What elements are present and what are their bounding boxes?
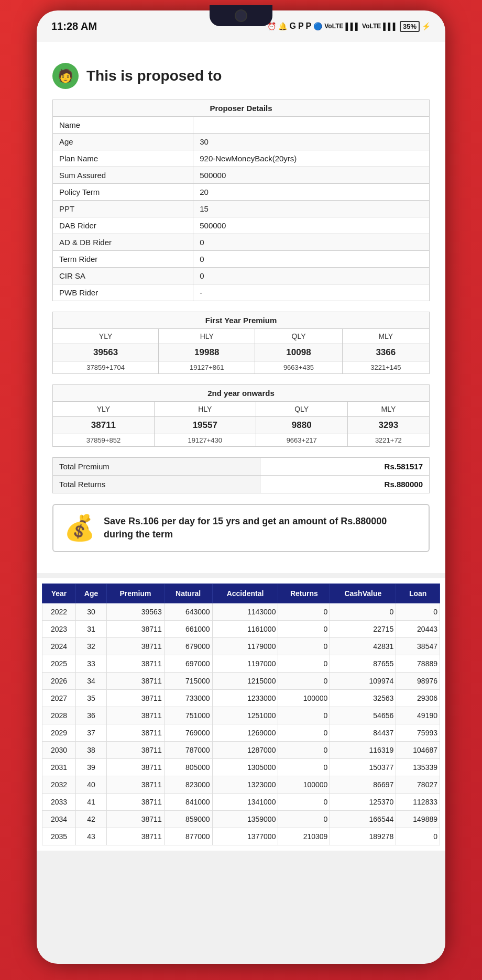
col-cashvalue: CashValue bbox=[330, 584, 396, 603]
table-row: 2032403871182300013230001000008669778027 bbox=[42, 776, 440, 794]
table-row: YLY HLY QLY MLY bbox=[53, 329, 430, 344]
first-year-premium-table: First Year Premium YLY HLY QLY MLY 39563… bbox=[52, 312, 430, 374]
table-row: Age 30 bbox=[53, 134, 430, 150]
table-cell: 84437 bbox=[330, 724, 396, 742]
table-cell: 38711 bbox=[107, 811, 164, 828]
label-cir: CIR SA bbox=[53, 268, 193, 284]
table-cell: 78889 bbox=[396, 655, 440, 673]
table-cell: 150377 bbox=[330, 759, 396, 776]
table-cell: 661000 bbox=[164, 621, 212, 638]
col-mly2: MLY bbox=[347, 402, 429, 417]
money-bag-icon: 💰 bbox=[64, 513, 95, 543]
col-premium: Premium bbox=[107, 584, 164, 603]
table-cell: 210309 bbox=[278, 828, 330, 845]
table-cell: 112833 bbox=[396, 794, 440, 811]
total-premium-label: Total Premium bbox=[53, 458, 260, 476]
table-cell: 2024 bbox=[42, 638, 76, 655]
table-cell: 166544 bbox=[330, 811, 396, 828]
sub-qly2: 9663+217 bbox=[256, 434, 347, 447]
table-row: DAB Rider 500000 bbox=[53, 217, 430, 234]
table-cell: 33 bbox=[75, 655, 106, 673]
table-cell: 75993 bbox=[396, 724, 440, 742]
table-row: 2027353871173300012330001000003256329306 bbox=[42, 690, 440, 707]
table-cell: 2032 bbox=[42, 776, 76, 794]
volte-icon1: VoLTE bbox=[324, 23, 343, 30]
table-row: 2031393871180500013050000150377135339 bbox=[42, 759, 440, 776]
value-plan: 920-NewMoneyBack(20yrs) bbox=[193, 150, 430, 167]
value-pwb: - bbox=[193, 284, 430, 301]
table-cell: 0 bbox=[278, 638, 330, 655]
yearly-data-table: Year Age Premium Natural Accidental Retu… bbox=[42, 583, 440, 845]
sub-mly2: 3221+72 bbox=[347, 434, 429, 447]
table-cell: 38711 bbox=[107, 655, 164, 673]
table-row: Term Rider 0 bbox=[53, 251, 430, 268]
battery-icon: 35% bbox=[400, 21, 420, 32]
table-row: 39563 19988 10098 3366 bbox=[53, 344, 430, 361]
table-cell: 0 bbox=[278, 742, 330, 759]
table-cell: 40 bbox=[75, 776, 106, 794]
value-name bbox=[193, 117, 430, 134]
table-cell: 38711 bbox=[107, 759, 164, 776]
table-cell: 1161000 bbox=[212, 621, 278, 638]
table-cell: 0 bbox=[278, 794, 330, 811]
bluetooth-icon: 🔵 bbox=[313, 22, 322, 30]
col-yly1: YLY bbox=[53, 329, 159, 344]
val-mly2: 3293 bbox=[347, 417, 429, 434]
proposer-details-table: Proposer Details Name Age 30 Plan Name 9… bbox=[52, 100, 430, 301]
table-cell: 823000 bbox=[164, 776, 212, 794]
table-cell: 805000 bbox=[164, 759, 212, 776]
table-row: 20293738711769000126900008443775993 bbox=[42, 724, 440, 742]
table-cell: 86697 bbox=[330, 776, 396, 794]
p-icon1: P bbox=[298, 21, 304, 31]
table-cell: 2029 bbox=[42, 724, 76, 742]
table-cell: 2027 bbox=[42, 690, 76, 707]
table-cell: 104687 bbox=[396, 742, 440, 759]
table-cell: 38711 bbox=[107, 724, 164, 742]
table-cell: 49190 bbox=[396, 707, 440, 724]
col-mly1: MLY bbox=[342, 329, 429, 344]
table-cell: 1269000 bbox=[212, 724, 278, 742]
table-cell: 38711 bbox=[107, 621, 164, 638]
table-cell: 37 bbox=[75, 724, 106, 742]
table-cell: 30 bbox=[75, 603, 106, 621]
col-loan: Loan bbox=[396, 584, 440, 603]
table-cell: 38711 bbox=[107, 776, 164, 794]
table-row: 38711 19557 9880 3293 bbox=[53, 417, 430, 434]
value-dab: 500000 bbox=[193, 217, 430, 234]
table-cell: 38711 bbox=[107, 794, 164, 811]
table-cell: 42831 bbox=[330, 638, 396, 655]
table-row: AD & DB Rider 0 bbox=[53, 234, 430, 251]
table-cell: 2035 bbox=[42, 828, 76, 845]
first-year-title: First Year Premium bbox=[53, 312, 430, 329]
table-cell: 1305000 bbox=[212, 759, 278, 776]
second-year-premium-table: 2nd year onwards YLY HLY QLY MLY 38711 1… bbox=[52, 384, 430, 447]
label-dab: DAB Rider bbox=[53, 217, 193, 234]
col-age: Age bbox=[75, 584, 106, 603]
table-cell: 1377000 bbox=[212, 828, 278, 845]
table-cell: 32563 bbox=[330, 690, 396, 707]
savings-text: Save Rs.106 per day for 15 yrs and get a… bbox=[104, 515, 418, 541]
value-ppt: 15 bbox=[193, 201, 430, 217]
signal-bars2: ▌▌▌ bbox=[383, 23, 398, 30]
table-row: YLY HLY QLY MLY bbox=[53, 402, 430, 417]
table-row: PWB Rider - bbox=[53, 284, 430, 301]
table-row: PPT 15 bbox=[53, 201, 430, 217]
total-returns-label: Total Returns bbox=[53, 476, 260, 493]
table-cell: 2025 bbox=[42, 655, 76, 673]
val-qly1: 10098 bbox=[255, 344, 342, 361]
table-row: Plan Name 920-NewMoneyBack(20yrs) bbox=[53, 150, 430, 167]
col-accidental: Accidental bbox=[212, 584, 278, 603]
table-cell: 100000 bbox=[278, 776, 330, 794]
val-yly2: 38711 bbox=[53, 417, 155, 434]
app-content: 🧑 This is proposed to Proposer Details N… bbox=[37, 42, 445, 573]
val-qly2: 9880 bbox=[256, 417, 347, 434]
table-cell: 38711 bbox=[107, 690, 164, 707]
camera-lens bbox=[235, 9, 247, 22]
table-cell: 149889 bbox=[396, 811, 440, 828]
table-cell: 38 bbox=[75, 742, 106, 759]
label-addb: AD & DB Rider bbox=[53, 234, 193, 251]
table-cell: 189278 bbox=[330, 828, 396, 845]
sub-yly2: 37859+852 bbox=[53, 434, 155, 447]
value-policy: 20 bbox=[193, 184, 430, 201]
table-cell: 787000 bbox=[164, 742, 212, 759]
